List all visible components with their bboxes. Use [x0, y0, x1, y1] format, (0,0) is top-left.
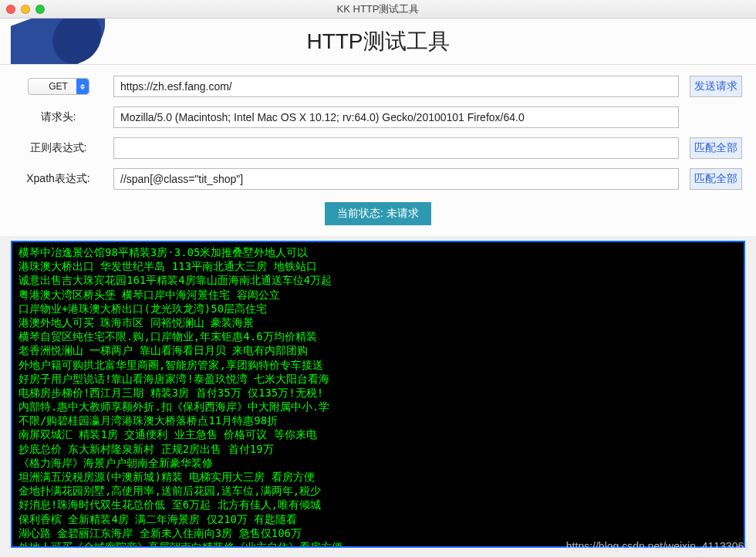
form-area: GET 发送请求 请求头: 正则表达式: 匹配全部 Xpath表达式: 匹配全部… [0, 65, 756, 236]
output-line: 口岸物业+港珠澳大桥出口(龙光玖龙湾)50层高住宅 [19, 302, 737, 316]
chevron-updown-icon [76, 79, 89, 94]
output-line: 金地扑满花园别墅,高使用率,送前后花园,送车位,满两年,税少 [19, 484, 737, 498]
output-line: 保利香槟 全新精装4房 满二年海景房 仅210万 有匙随看 [19, 512, 737, 526]
output-line: 电梯房步梯价!西江月三期 精装3房 首付35万 仅135万!无税! [19, 386, 737, 400]
output-line: 好房子用户型说话!靠山看海唐家湾!泰盈玖悦湾 七米大阳台看海 [19, 372, 737, 386]
app-header: HTTP测试工具 [0, 19, 756, 65]
app-title: HTTP测试工具 [0, 19, 756, 65]
output-line: 港珠澳大桥出口 华发世纪半岛 113平南北通大三房 地铁站口 [19, 259, 737, 273]
output-line: 抄底总价 东大新村隆泉新村 正规2房出售 首付19万 [19, 442, 737, 456]
url-input[interactable] [113, 76, 679, 97]
output-line: 粤港澳大湾区桥头堡 横琴口岸中海河景住宅 容闳公立 [19, 288, 737, 302]
output-line: 内部特.惠中大教师享额外折.扣《保利西海岸》中大附属中小.学 [19, 400, 737, 414]
xpath-match-button[interactable]: 匹配全部 [690, 168, 742, 190]
output-line: 外地户籍可购拱北富华里商圈,智能房管家,享团购特价专车接送 [19, 358, 737, 372]
output-line: 《格力海岸》海景户户朝南全新豪华装修 [19, 456, 737, 470]
xpath-label: Xpath表达式: [14, 172, 103, 186]
output-console: 横琴中冶逸景公馆98平精装3房·3.05米加推叠墅外地人可以港珠澳大桥出口 华发… [11, 241, 745, 548]
titlebar: KK HTTP测试工具 [0, 0, 756, 19]
watermark: https://blog.csdn.net/weixin_41133061 [566, 540, 750, 552]
output-line: 南屏双城汇 精装1房 交通便利 业主急售 价格可议 等你来电 [19, 427, 737, 441]
regex-match-button[interactable]: 匹配全部 [690, 137, 742, 159]
xpath-input[interactable] [113, 168, 679, 190]
output-line: 横琴自贸区纯住宅不限.购,口岸物业,年末钜惠4.6万均价精装 [19, 329, 737, 343]
window-title: KK HTTP测试工具 [0, 2, 756, 16]
regex-label: 正则表达式: [14, 141, 103, 155]
output-line: 港澳外地人可买 珠海市区 同裕悦澜山 豪装海景 [19, 316, 737, 329]
output-line: 横琴中冶逸景公馆98平精装3房·3.05米加推叠墅外地人可以 [19, 245, 737, 259]
output-line: 老香洲悦澜山 一梯两户 靠山看海看日月贝 来电有内部团购 [19, 343, 737, 357]
output-line: 好消息!珠海时代双生花总价低 至6万起 北方有佳人,唯有倾城 [19, 498, 737, 511]
output-line: 诚意出售吉大珠宾花园161平精装4房靠山面海南北通送车位4万起 [19, 273, 737, 287]
method-select[interactable]: GET [28, 78, 89, 95]
headers-input[interactable] [113, 106, 679, 128]
output-line: 湖心路 金碧丽江东海岸 全新未入住南向3房 急售仅106万 [19, 526, 737, 540]
send-button[interactable]: 发送请求 [690, 76, 742, 97]
headers-label: 请求头: [14, 110, 103, 124]
output-line: 不限/购碧桂园瀛月湾港珠澳大桥落桥点11月特惠98折 [19, 414, 737, 427]
close-icon[interactable] [6, 5, 15, 14]
maximize-icon[interactable] [35, 5, 45, 14]
method-value: GET [49, 81, 68, 92]
status-badge: 当前状态: 未请求 [325, 202, 431, 225]
minimize-icon[interactable] [21, 5, 30, 14]
output-line: 坦洲满五没税房源(中澳新城)精装 电梯实用大三房 看房方便 [19, 470, 737, 484]
regex-input[interactable] [113, 137, 679, 159]
